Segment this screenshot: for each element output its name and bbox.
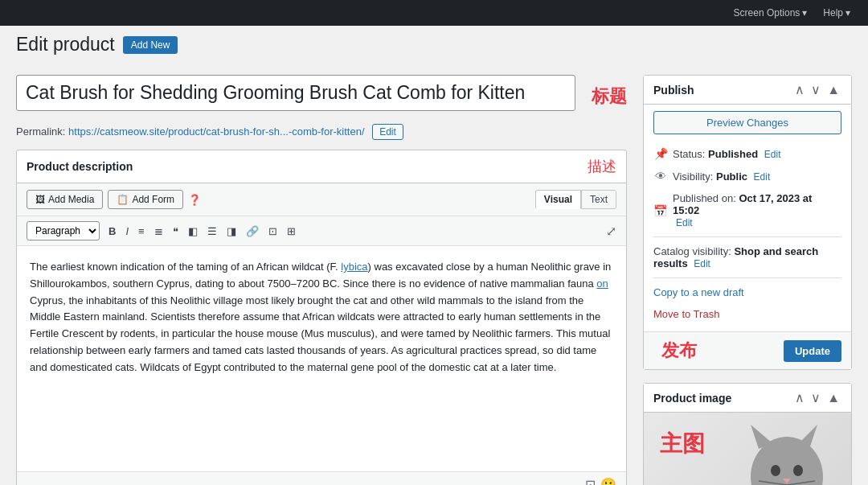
product-image-header-icons: ∧ ∨ ▲ <box>793 390 841 405</box>
product-image-header: Product image ∧ ∨ ▲ <box>644 384 851 413</box>
product-image-preview[interactable]: 主图 <box>644 413 851 485</box>
collapse-up-button[interactable]: ∧ <box>793 82 806 97</box>
toggle-box-button[interactable]: ▲ <box>825 83 841 97</box>
permalink-edit-button[interactable]: Edit <box>372 124 403 140</box>
table-button[interactable]: ⊞ <box>283 224 300 239</box>
on-link: on <box>596 277 608 290</box>
title-row: 标题 <box>16 75 627 117</box>
expand-editor-button[interactable]: ⤢ <box>606 224 616 239</box>
svg-point-4 <box>793 465 803 476</box>
publish-divider-2 <box>653 277 841 278</box>
italic-button[interactable]: I <box>121 224 133 239</box>
ordered-list-button[interactable]: ≣ <box>150 224 167 239</box>
editor-icon-group: ⊡ 😀 <box>585 477 616 485</box>
admin-top-bar: Screen Options ▾ Help ▾ <box>0 0 868 26</box>
catalog-visibility-row: Catalog visibility: Shop and search resu… <box>653 240 841 274</box>
published-on-edit-link[interactable]: Edit <box>676 217 693 228</box>
link-button[interactable]: 🔗 <box>242 224 263 239</box>
visual-text-tabs: Visual Text <box>535 190 616 209</box>
publish-divider <box>653 236 841 237</box>
image-collapse-up[interactable]: ∧ <box>793 390 806 405</box>
title-red-label: 标题 <box>592 84 627 109</box>
product-description-box: Product description 描述 🖼 Add Media 📋 Add… <box>16 150 627 485</box>
sidebar-column: Publish ∧ ∨ ▲ Preview Changes 📌 Status: … <box>643 75 852 485</box>
preview-changes-button[interactable]: Preview Changes <box>653 111 841 134</box>
align-left-button[interactable]: ◧ <box>184 224 202 239</box>
form-icon: 📋 <box>117 194 129 205</box>
description-box-title: Product description <box>27 160 581 173</box>
permalink-link[interactable]: https://catsmeow.site/product/cat-brush-… <box>68 125 364 138</box>
published-on-row: 📅 Published on: Oct 17, 2023 at 15:02 Ed… <box>653 187 841 233</box>
catalog-visibility-edit-link[interactable]: Edit <box>694 258 710 269</box>
main-content-wrap: 标题 Permalink: https://catsmeow.site/prod… <box>0 65 868 485</box>
calendar-icon: 📅 <box>653 204 668 217</box>
publish-box-header: Publish ∧ ∨ ▲ <box>644 76 851 105</box>
svg-point-3 <box>771 465 780 476</box>
publish-header-icons: ∧ ∨ ▲ <box>793 82 841 97</box>
add-new-button[interactable]: Add New <box>123 36 178 54</box>
format-toolbar: Paragraph B I ≡ ≣ ❝ ◧ ☰ ◨ 🔗 ⊡ ⊞ ⤢ <box>17 216 626 246</box>
publish-box: Publish ∧ ∨ ▲ Preview Changes 📌 Status: … <box>643 75 852 370</box>
visibility-value: Public <box>716 171 747 183</box>
publish-box-title: Publish <box>653 84 793 97</box>
description-red-label: 描述 <box>588 157 616 176</box>
visibility-edit-link[interactable]: Edit <box>754 171 771 183</box>
collapse-down-button[interactable]: ∨ <box>809 82 822 97</box>
move-to-trash-link[interactable]: Move to Trash <box>653 303 719 325</box>
publish-actions: 发布 Update <box>644 331 851 369</box>
add-media-button[interactable]: 🖼 Add Media <box>27 190 103 209</box>
status-value: Published <box>708 148 758 160</box>
product-image-box: Product image ∧ ∨ ▲ 主图 <box>643 383 852 485</box>
editor-paragraph: The earliest known indication of the tam… <box>30 259 613 376</box>
permalink-row: Permalink: https://catsmeow.site/product… <box>16 124 627 140</box>
add-form-button[interactable]: 📋 Add Form <box>108 190 183 209</box>
paragraph-select[interactable]: Paragraph <box>27 221 100 240</box>
product-image-title: Product image <box>653 392 793 405</box>
description-box-header: Product description 描述 <box>17 150 626 183</box>
unordered-list-button[interactable]: ≡ <box>134 224 149 239</box>
cat-brush-svg <box>714 413 843 485</box>
kitchen-sink-icon[interactable]: ⊡ <box>585 477 596 485</box>
status-row: 📌 Status: Published Edit <box>653 142 841 165</box>
editor-footer: ⊡ 😀 <box>17 471 626 485</box>
visibility-icon: 👁 <box>653 170 668 183</box>
page-title-area: Edit product Add New <box>0 34 868 55</box>
editor-content-area[interactable]: The earliest known indication of the tam… <box>17 246 626 471</box>
text-tab[interactable]: Text <box>581 190 616 209</box>
help-button[interactable]: Help ▾ <box>818 4 855 22</box>
editor-media-bar: 🖼 Add Media 📋 Add Form ❓ Visual Text <box>17 183 626 216</box>
copy-to-draft-link[interactable]: Copy to a new draft <box>653 282 841 303</box>
visual-tab[interactable]: Visual <box>535 190 581 209</box>
status-edit-link[interactable]: Edit <box>764 149 781 160</box>
visibility-row: 👁 Visibility: Public Edit <box>653 165 841 187</box>
product-image-visual: 主图 <box>644 413 851 485</box>
insert-more-button[interactable]: ⊡ <box>264 224 281 239</box>
bold-button[interactable]: B <box>104 224 120 239</box>
publish-content: Preview Changes 📌 Status: Published Edit… <box>644 105 851 331</box>
status-icon: 📌 <box>653 147 668 160</box>
emoji-icon[interactable]: 😀 <box>600 477 616 485</box>
update-button[interactable]: Update <box>784 340 841 362</box>
content-column: 标题 Permalink: https://catsmeow.site/prod… <box>16 75 627 485</box>
image-toggle[interactable]: ▲ <box>825 391 841 405</box>
image-icon: 🖼 <box>35 194 45 205</box>
image-collapse-down[interactable]: ∨ <box>809 390 822 405</box>
publish-red-label: 发布 <box>661 339 697 363</box>
screen-options-button[interactable]: Screen Options ▾ <box>729 4 813 22</box>
lybica-link: lybica <box>341 261 367 273</box>
blockquote-button[interactable]: ❝ <box>169 224 182 239</box>
align-center-button[interactable]: ☰ <box>203 224 221 239</box>
page-title: Edit product <box>16 34 115 55</box>
help-icon[interactable]: ❓ <box>188 194 201 206</box>
product-title-input[interactable] <box>16 75 575 111</box>
align-right-button[interactable]: ◨ <box>223 224 240 239</box>
main-image-label: 主图 <box>660 429 705 459</box>
